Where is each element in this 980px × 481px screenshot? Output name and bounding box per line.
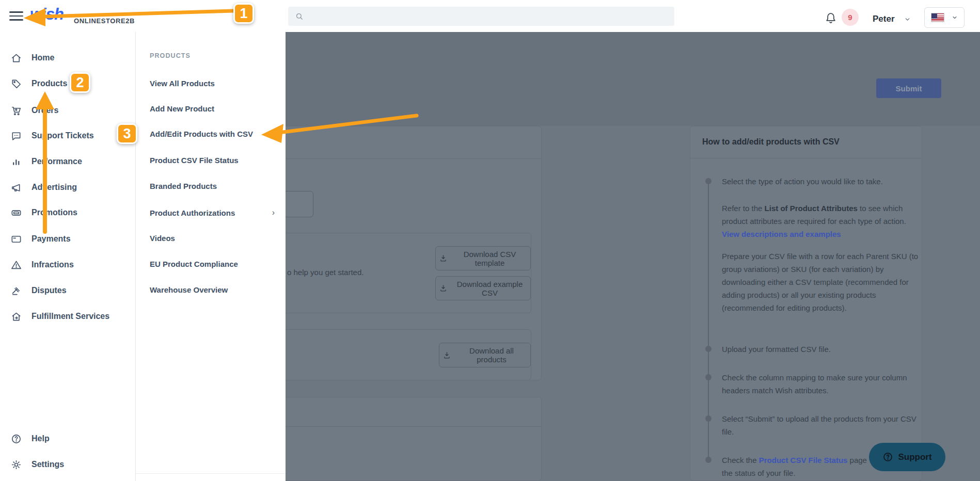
bar-chart-icon	[10, 156, 22, 168]
flyout-bottom-divider	[136, 473, 286, 474]
question-circle-icon	[882, 452, 893, 462]
tutorial-step-1-badge: 1	[233, 3, 254, 24]
sidebar-label: Promotions	[31, 208, 77, 217]
sidebar-item-fulfillment-services[interactable]: Fulfillment Services	[0, 303, 135, 329]
warning-triangle-icon	[10, 259, 22, 271]
sidebar: Home Products Orders Support Tickets Per…	[0, 32, 136, 481]
support-label: Support	[898, 452, 931, 462]
flyout-item-label: Warehouse Overview	[150, 285, 228, 294]
flyout-item-add-edit-products-with-csv[interactable]: Add/Edit Products with CSV	[150, 128, 279, 139]
submit-button[interactable]: Submit	[876, 78, 941, 98]
sidebar-label: Orders	[31, 106, 58, 115]
chat-icon	[10, 130, 22, 142]
app-window: Submit o help you get started. Download …	[0, 0, 980, 481]
sidebar-item-advertising[interactable]: Advertising	[0, 174, 135, 200]
house-arrow-icon	[10, 311, 22, 323]
download-all-products-label: Download all products	[456, 346, 527, 364]
gear-icon	[10, 459, 22, 471]
download-csv-template-button[interactable]: Download CSV template	[435, 246, 531, 270]
sidebar-label: Infractions	[31, 260, 74, 269]
tutorial-step-2-badge: 2	[70, 72, 90, 93]
sidebar-item-infractions[interactable]: Infractions	[0, 252, 135, 278]
flyout-item-label: Product Authorizations	[150, 209, 235, 217]
flyout-item-label: View All Products	[150, 79, 215, 88]
cart-icon	[10, 105, 22, 117]
us-flag-icon	[931, 13, 944, 22]
sidebar-item-promotions[interactable]: Promotions	[0, 200, 135, 226]
sidebar-label: Advertising	[31, 183, 77, 192]
template-hint-text: o help you get started.	[287, 268, 363, 277]
sidebar-item-home[interactable]: Home	[0, 45, 135, 71]
store-name: ONLINESTORE2B	[74, 17, 135, 25]
sidebar-item-settings[interactable]: Settings	[0, 452, 135, 477]
flyout-item-label: Add New Product	[150, 104, 214, 113]
how-to-panel-header: How to add/edit products with CSV	[690, 126, 922, 158]
sidebar-item-payments[interactable]: Payments	[0, 226, 135, 252]
sidebar-label: Products	[31, 79, 67, 88]
flyout-item-label: EU Product Compliance	[150, 260, 238, 268]
flyout-item-view-all-products[interactable]: View All Products	[150, 77, 279, 89]
support-button[interactable]: Support	[869, 443, 945, 471]
flyout-item-warehouse-overview[interactable]: Warehouse Overview	[150, 284, 279, 295]
home-icon	[10, 52, 22, 64]
search-bar[interactable]	[288, 7, 674, 26]
sidebar-item-performance[interactable]: Performance	[0, 149, 135, 174]
download-csv-template-label: Download CSV template	[452, 250, 527, 267]
flyout-item-label: Branded Products	[150, 182, 217, 190]
sidebar-label: Home	[31, 53, 54, 62]
search-input[interactable]	[309, 12, 674, 21]
download-all-products-button[interactable]: Download all products	[439, 343, 531, 367]
flyout-item-label: Product CSV File Status	[150, 156, 239, 165]
wish-logo[interactable]: wish	[30, 5, 64, 24]
product-csv-file-status-link[interactable]: Product CSV File Status	[759, 456, 848, 464]
hamburger-menu-icon[interactable]	[9, 11, 23, 21]
list-of-product-attributes-text: List of Product Attributes	[765, 204, 858, 213]
notification-count-badge[interactable]: 9	[842, 9, 859, 26]
step-1-reference-text: Refer to the List of Product Attributes …	[722, 202, 919, 241]
step-2-text: Upload your formatted CSV file.	[722, 343, 919, 356]
step-5-pre: Check the	[722, 456, 759, 464]
step-bullet	[705, 374, 712, 380]
search-icon	[295, 12, 304, 21]
sidebar-label: Fulfillment Services	[31, 312, 109, 321]
credit-card-icon	[10, 233, 22, 245]
step-3-text: Check the column mapping to make sure yo…	[722, 371, 919, 397]
flyout-item-add-new-product[interactable]: Add New Product	[150, 103, 279, 114]
flyout-section-title: PRODUCTS	[150, 52, 191, 59]
sidebar-item-support-tickets[interactable]: Support Tickets	[0, 123, 135, 149]
sidebar-label: Disputes	[31, 286, 67, 295]
flyout-item-product-csv-file-status[interactable]: Product CSV File Status	[150, 154, 279, 166]
question-circle-icon	[10, 433, 22, 445]
view-descriptions-link[interactable]: View descriptions and examples	[722, 230, 841, 238]
download-icon	[439, 284, 448, 293]
products-flyout-menu: PRODUCTS View All Products Add New Produ…	[136, 32, 286, 481]
flyout-item-eu-product-compliance[interactable]: EU Product Compliance	[150, 258, 279, 269]
chevron-down-icon	[952, 14, 958, 21]
step-4-text: Select “Submit” to upload all the produc…	[722, 412, 919, 438]
megaphone-icon	[10, 182, 22, 194]
notifications-bell-icon[interactable]	[824, 11, 837, 25]
download-example-csv-button[interactable]: Download example CSV	[435, 276, 531, 300]
user-menu[interactable]: Peter	[873, 14, 895, 24]
flyout-item-videos[interactable]: Videos	[150, 232, 279, 244]
step-bullet	[705, 346, 712, 352]
sidebar-item-help[interactable]: Help	[0, 426, 135, 452]
step-1-text: Select the type of action you would like…	[722, 175, 919, 188]
chevron-down-icon[interactable]	[904, 16, 911, 23]
sidebar-item-orders[interactable]: Orders	[0, 98, 135, 123]
step-bullet	[705, 457, 712, 463]
step-bullet	[705, 178, 712, 184]
sidebar-item-disputes[interactable]: Disputes	[0, 278, 135, 303]
sidebar-label: Support Tickets	[31, 131, 94, 140]
sidebar-label: Payments	[31, 234, 71, 244]
step-1-prepare-text: Prepare your CSV file with a row for eac…	[722, 250, 919, 314]
flyout-item-label: Add/Edit Products with CSV	[150, 130, 253, 138]
flyout-item-branded-products[interactable]: Branded Products	[150, 180, 279, 191]
how-to-panel-title: How to add/edit products with CSV	[702, 137, 840, 147]
tutorial-step-3-badge: 3	[117, 123, 137, 144]
flyout-item-product-authorizations[interactable]: Product Authorizations›	[150, 207, 279, 218]
language-region-selector[interactable]	[924, 7, 965, 28]
sidebar-item-products[interactable]: Products	[0, 71, 135, 97]
step-bullet	[705, 415, 712, 422]
sidebar-label: Performance	[31, 157, 82, 166]
